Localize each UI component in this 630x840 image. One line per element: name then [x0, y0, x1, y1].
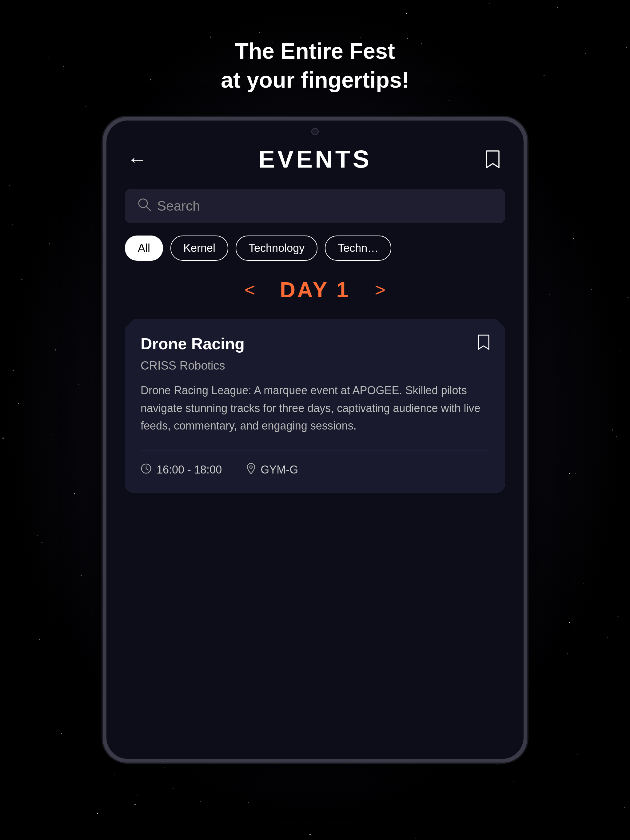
- search-icon: [138, 198, 151, 214]
- tablet-camera: [311, 128, 319, 135]
- tablet-screen: ← EVENTS Search: [106, 120, 524, 759]
- tablet-device: ← EVENTS Search: [103, 117, 527, 763]
- clock-icon: [141, 463, 152, 477]
- event-time: 16:00 - 18:00: [141, 463, 222, 477]
- event-organizer: CRISS Robotics: [141, 359, 489, 373]
- event-bookmark-icon: [478, 335, 489, 350]
- current-day-label: DAY 1: [280, 278, 350, 302]
- search-bar[interactable]: Search: [125, 189, 505, 223]
- search-placeholder: Search: [157, 198, 200, 214]
- promo-text: The Entire Fest at your fingertips!: [0, 37, 630, 95]
- event-description: Drone Racing League: A marquee event at …: [141, 382, 489, 435]
- back-button[interactable]: ←: [125, 147, 149, 172]
- promo-line2: at your fingertips!: [0, 66, 630, 95]
- day-navigator: < DAY 1 >: [125, 276, 505, 303]
- promo-line1: The Entire Fest: [0, 37, 630, 66]
- svg-point-0: [139, 199, 147, 208]
- chip-techn[interactable]: Techn…: [325, 235, 391, 261]
- next-day-button[interactable]: >: [369, 276, 392, 303]
- event-bookmark-button[interactable]: [478, 335, 489, 351]
- header-bookmark-button[interactable]: [481, 147, 505, 172]
- svg-line-4: [146, 469, 148, 470]
- filter-chips: All Kernel Technology Techn…: [125, 235, 505, 261]
- event-card-header: Drone Racing: [141, 335, 489, 353]
- chip-kernel[interactable]: Kernel: [171, 235, 228, 261]
- prev-day-button[interactable]: <: [238, 276, 261, 303]
- chip-all[interactable]: All: [125, 235, 163, 261]
- chip-technology[interactable]: Technology: [236, 235, 317, 261]
- event-title: Drone Racing: [141, 335, 245, 353]
- svg-line-1: [146, 207, 150, 211]
- app-header: ← EVENTS: [125, 139, 505, 174]
- event-meta: 16:00 - 18:00 GYM-G: [141, 463, 489, 477]
- page-title: EVENTS: [258, 145, 372, 174]
- event-location: GYM-G: [246, 463, 298, 477]
- back-arrow-icon: ←: [127, 149, 147, 169]
- event-location-value: GYM-G: [261, 463, 298, 476]
- svg-point-5: [250, 466, 252, 468]
- location-icon: [246, 463, 256, 477]
- app-content: ← EVENTS Search: [106, 120, 524, 759]
- bookmark-icon: [486, 150, 500, 168]
- event-time-value: 16:00 - 18:00: [157, 463, 222, 476]
- card-divider: [141, 450, 489, 450]
- event-card[interactable]: Drone Racing CRISS Robotics Drone Racing…: [125, 319, 505, 493]
